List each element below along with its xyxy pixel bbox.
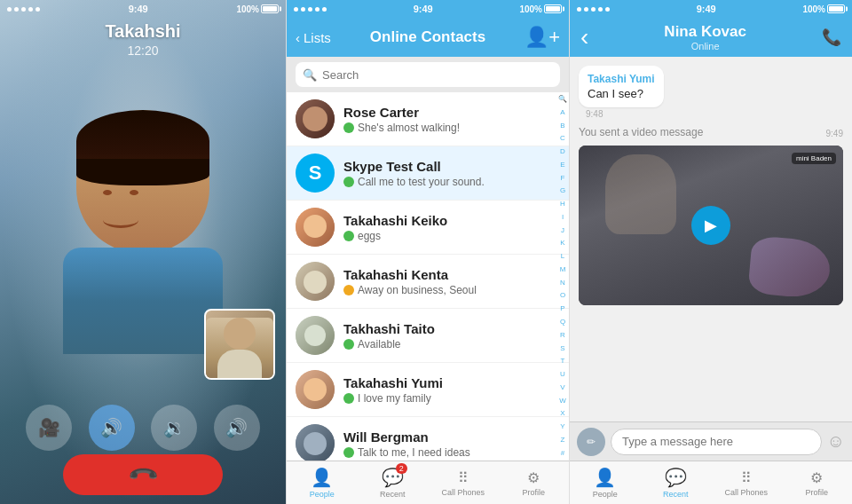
message-time-1: 9:48 <box>586 109 603 119</box>
chat-tab-recent-label: Recent <box>663 490 689 499</box>
chat-profile-icon: ⚙ <box>810 470 823 485</box>
chat-messages: Takashi Yumi Can I see? 9:48 You sent a … <box>570 57 852 421</box>
chat-tab-people[interactable]: 👤 People <box>570 461 641 504</box>
tab-callphones[interactable]: ⠿ Call Phones <box>428 461 499 504</box>
chat-tab-callphones[interactable]: ⠿ Call Phones <box>711 461 782 504</box>
contact-info-yumi: Takahashi Yumi I love my family <box>343 375 560 405</box>
chat-tab-profile[interactable]: ⚙ Profile <box>782 461 853 504</box>
contact-avatar-keiko <box>296 208 335 247</box>
attach-icon: ✏ <box>587 436 596 448</box>
contact-item-rose[interactable]: Rose Carter She's almost walking! <box>287 92 569 146</box>
contact-status-bergman: Talk to me, I need ideas <box>343 446 560 459</box>
chat-tab-profile-label: Profile <box>805 488 828 497</box>
chat-people-icon: 👤 <box>594 468 616 487</box>
chat-tab-callphones-label: Call Phones <box>724 488 768 497</box>
people-icon: 👤 <box>311 468 333 487</box>
contact-avatar-kenta <box>296 262 335 301</box>
chat-tab-recent[interactable]: 💬 Recent <box>641 461 712 504</box>
chat-message-input[interactable] <box>611 429 822 455</box>
search-input[interactable] <box>322 68 553 82</box>
tab-recent-label: Recent <box>380 490 406 499</box>
chat-input-bar: ✏ ☺ <box>570 421 852 461</box>
inset-video <box>204 309 275 380</box>
chat-tab-bar: 👤 People 💬 Recent ⠿ Call Phones ⚙ Profil… <box>570 461 852 504</box>
contact-info-bergman: Will Bergman Talk to me, I need ideas <box>343 429 560 459</box>
chat-time: 9:49 <box>697 4 716 14</box>
status-indicator-taito <box>343 339 354 350</box>
contact-item-taito[interactable]: Takhashi Taito Available <box>287 309 569 363</box>
contact-name-taito: Takhashi Taito <box>343 321 560 336</box>
chat-recent-icon: 💬 <box>665 468 687 487</box>
contact-avatar-yumi <box>296 370 335 409</box>
video-message-thumbnail[interactable]: mini Baden ▶ <box>579 146 843 305</box>
search-icon: 🔍 <box>303 68 317 82</box>
status-indicator-yumi <box>343 393 354 404</box>
add-contact-button[interactable]: 👤+ <box>525 26 560 49</box>
contact-name-bergman: Will Bergman <box>343 429 560 445</box>
contact-name-skype: Skype Test Call <box>343 159 560 174</box>
end-call-button[interactable]: 📞 <box>63 454 223 495</box>
system-message-time: 9:49 <box>826 129 843 138</box>
chat-back-button[interactable]: ‹ <box>580 25 588 50</box>
contact-status-rose: She's almost walking! <box>343 122 560 134</box>
contact-info-taito: Takhashi Taito Available <box>343 321 560 350</box>
contact-info-keiko: Takahashi Keiko eggs <box>343 213 560 242</box>
tab-callphones-label: Call Phones <box>441 488 485 497</box>
emoji-button[interactable]: ☺ <box>827 431 845 452</box>
chat-contact-info: Nina Kovac Online <box>664 23 746 51</box>
mute-button[interactable]: 🔊 <box>214 405 260 451</box>
status-indicator-skype <box>343 177 354 187</box>
call-time: 9:49 <box>129 4 148 14</box>
contacts-back-button[interactable]: ‹ Lists <box>296 30 331 45</box>
volume-button[interactable]: 🔉 <box>151 405 197 451</box>
contact-name-kenta: Takahashi Kenta <box>343 267 560 282</box>
status-indicator-keiko <box>343 231 354 241</box>
contact-avatar-bergman <box>296 424 335 461</box>
contacts-nav-bar: ‹ Lists Online Contacts 👤+ <box>287 18 569 57</box>
system-message-text: You sent a video message <box>579 126 703 138</box>
search-input-wrapper: 🔍 <box>296 62 560 87</box>
contact-item-yumi[interactable]: Takahashi Yumi I love my family <box>287 363 569 417</box>
message-item-1: Takashi Yumi Can I see? 9:48 <box>579 66 843 119</box>
contact-item-skype[interactable]: S Skype Test Call Call me to test your s… <box>287 146 569 201</box>
speaker-button[interactable]: 🔊 <box>89 405 135 451</box>
message-text-1: Can I see? <box>588 87 655 100</box>
chat-contact-name: Nina Kovac <box>664 23 746 41</box>
chat-callphones-icon: ⠿ <box>741 470 752 485</box>
contact-status-kenta: Away on business, Seoul <box>343 284 560 296</box>
contact-status-skype: Call me to test your sound. <box>343 176 560 188</box>
call-panel: 9:49 100% Takahshi 12:20 🎥 🔊 🔉 🔊 📞 <box>0 0 286 504</box>
call-status-bar: 9:49 100% <box>0 0 286 18</box>
contact-status-taito: Available <box>343 338 560 350</box>
alpha-search[interactable]: 🔍 <box>558 96 567 103</box>
contacts-battery: 100% <box>519 4 562 14</box>
chat-panel: 9:49 100% ‹ Nina Kovac Online 📞 Takashi … <box>570 0 852 504</box>
chat-status-bar: 9:49 100% <box>570 0 852 18</box>
contacts-search-bar: 🔍 <box>287 57 569 92</box>
status-indicator-kenta <box>343 285 354 295</box>
tab-profile[interactable]: ⚙ Profile <box>499 461 570 504</box>
status-indicator-rose <box>343 122 354 133</box>
contact-item-bergman[interactable]: Will Bergman Talk to me, I need ideas <box>287 417 569 461</box>
back-chevron-icon: ‹ <box>296 30 300 45</box>
tab-recent[interactable]: 💬 2 Recent <box>358 461 429 504</box>
chat-tab-people-label: People <box>593 490 618 499</box>
contact-name-yumi: Takahashi Yumi <box>343 375 560 390</box>
end-call-icon: 📞 <box>126 458 159 491</box>
tab-people[interactable]: 👤 People <box>287 461 358 504</box>
chat-input-icon[interactable]: ✏ <box>577 428 605 456</box>
message-sender-1: Takashi Yumi <box>588 73 655 85</box>
tab-profile-label: Profile <box>522 488 545 497</box>
contact-name-rose: Rose Carter <box>343 105 560 120</box>
contact-info-skype: Skype Test Call Call me to test your sou… <box>343 159 560 188</box>
call-controls: 🎥 🔊 🔉 🔊 <box>0 405 286 451</box>
chat-contact-status: Online <box>664 41 746 51</box>
chat-call-button[interactable]: 📞 <box>822 28 841 47</box>
system-message: You sent a video message 9:49 <box>579 126 843 138</box>
contact-item-kenta[interactable]: Takahashi Kenta Away on business, Seoul <box>287 255 569 309</box>
contact-avatar-taito <box>296 316 335 355</box>
contact-item-keiko[interactable]: Takahashi Keiko eggs <box>287 201 569 255</box>
video-toggle-button[interactable]: 🎥 <box>26 405 72 451</box>
caller-duration: 12:20 <box>0 43 286 58</box>
video-play-button[interactable]: ▶ <box>691 206 730 245</box>
